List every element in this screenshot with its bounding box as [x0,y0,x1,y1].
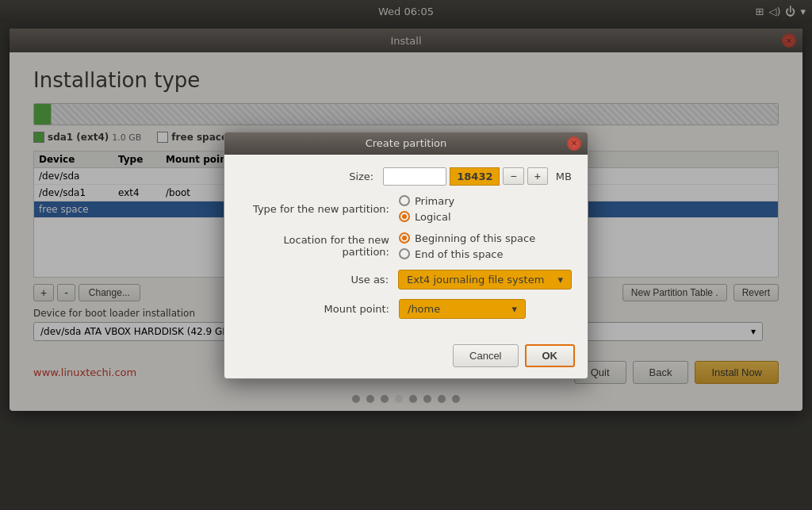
mb-label: MB [556,171,572,182]
size-input-field[interactable] [383,167,446,186]
primary-option[interactable]: Primary [399,195,454,207]
end-option[interactable]: End of this space [399,248,535,260]
mount-point-select[interactable]: /home ▾ [399,299,526,319]
size-row: Size: 18432 − + MB [240,167,572,186]
beginning-radio-dot [402,236,407,240]
logical-label: Logical [415,211,451,223]
type-radio-group: Primary Logical [399,195,454,223]
dialog-close-button[interactable]: ✕ [567,136,581,151]
size-value-display: 18432 [450,167,500,186]
size-input-group: 18432 − + MB [383,167,572,186]
beginning-label: Beginning of this space [415,232,535,244]
mount-point-label: Mount point: [240,303,399,315]
dialog-title: Create partition [366,137,447,149]
use-as-value: Ext4 journaling file system [407,274,544,286]
mount-point-value: /home [408,303,440,315]
end-radio-btn[interactable] [399,248,410,259]
mount-point-row: Mount point: /home ▾ [240,299,572,319]
dialog-body: Size: 18432 − + MB Type for the new part… [224,155,588,339]
use-as-select[interactable]: Ext4 journaling file system ▾ [398,270,572,290]
ok-button[interactable]: OK [525,344,576,367]
beginning-radio-btn[interactable] [399,232,410,243]
primary-label: Primary [415,195,454,207]
location-radio-group: Beginning of this space End of this spac… [399,232,535,260]
size-decrease-button[interactable]: − [503,167,523,185]
logical-option[interactable]: Logical [399,211,454,223]
logical-radio-btn[interactable] [399,211,410,222]
location-row: Location for the new partition: Beginnin… [240,232,572,260]
partition-type-row: Type for the new partition: Primary Logi… [240,195,572,223]
cancel-button[interactable]: Cancel [453,344,518,367]
use-as-arrow-icon: ▾ [557,274,563,286]
dialog-footer: Cancel OK [224,339,588,378]
location-label: Location for the new partition: [240,234,399,258]
end-label: End of this space [415,248,504,260]
type-label: Type for the new partition: [240,203,399,215]
logical-radio-dot [402,214,407,219]
primary-radio-btn[interactable] [399,195,410,206]
mount-arrow-icon: ▾ [511,303,517,315]
use-as-label: Use as: [240,274,398,286]
size-label: Size: [240,171,383,182]
dialog-titlebar: Create partition ✕ [224,132,588,155]
use-as-row: Use as: Ext4 journaling file system ▾ [240,270,572,290]
size-increase-button[interactable]: + [527,167,548,185]
dialog-overlay: Create partition ✕ Size: 18432 − + MB Ty… [0,0,812,510]
create-partition-dialog: Create partition ✕ Size: 18432 − + MB Ty… [224,132,588,379]
beginning-option[interactable]: Beginning of this space [399,232,535,244]
